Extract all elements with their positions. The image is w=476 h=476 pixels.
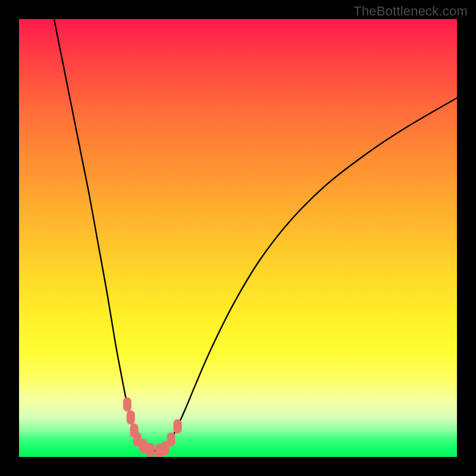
marker-point xyxy=(127,411,135,425)
marker-point xyxy=(167,433,175,447)
series-left-branch xyxy=(54,19,159,451)
marker-point xyxy=(123,397,131,412)
marker-point xyxy=(146,443,155,457)
marker-point xyxy=(173,419,181,433)
series-right-branch xyxy=(159,98,457,450)
watermark-text: TheBottleneck.com xyxy=(353,4,468,19)
curve-layer xyxy=(19,19,457,457)
plot-area xyxy=(19,19,457,457)
outer-frame: TheBottleneck.com xyxy=(0,0,476,476)
